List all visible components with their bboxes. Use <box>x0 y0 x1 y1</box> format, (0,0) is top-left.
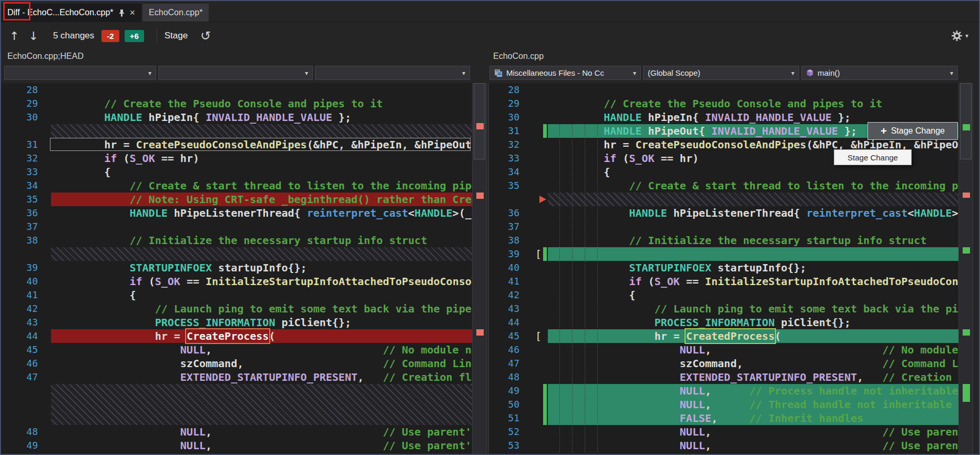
left-project-dropdown[interactable]: ▾ <box>4 66 156 80</box>
indent-guide <box>585 124 585 452</box>
code-line[interactable]: 37 <box>1 220 472 234</box>
code-line[interactable]: 42 // Launch ping to emit some text back… <box>1 302 472 316</box>
stage-change-button[interactable]: + Stage Change <box>867 122 958 140</box>
code-line[interactable]: 29 // Create the Pseudo Console and pipe… <box>489 97 958 110</box>
right-scrollbar[interactable] <box>958 83 973 454</box>
scrollbar-mark <box>476 123 484 129</box>
line-number: 48 <box>489 370 519 384</box>
code-text: szCommand, // Command Line <box>553 357 958 370</box>
code-line[interactable]: 34 // Create & start thread to listen to… <box>1 179 472 193</box>
code-text: NULL, // No module name - use Command Li… <box>54 343 472 357</box>
diff-arrow-icon <box>539 196 546 203</box>
line-number: 36 <box>489 206 519 220</box>
pin-icon[interactable] <box>118 9 125 17</box>
code-text: // Create the Pseudo Console and pipes t… <box>54 97 383 110</box>
code-line[interactable]: 32 if (S_OK == hr) <box>1 151 472 165</box>
diff-padding-row <box>1 124 472 138</box>
tab-echocon[interactable]: EchoCon.cpp* <box>142 4 209 22</box>
code-line[interactable]: 28 <box>1 83 472 97</box>
previous-change-button[interactable]: ↑ <box>9 29 19 43</box>
code-line[interactable]: 33 { <box>1 165 472 179</box>
scrollbar-mark <box>963 247 970 254</box>
code-line[interactable]: 46 szCommand, // Command Line <box>1 357 472 370</box>
left-scope-dropdown[interactable]: ▾ <box>158 66 313 80</box>
dropdown-value: main() <box>818 68 840 77</box>
code-text: // Create the Pseudo Console and pipes t… <box>553 97 882 110</box>
code-line[interactable]: 41 { <box>1 288 472 302</box>
code-line[interactable]: 47 EXTENDED_STARTUPINFO_PRESENT, // Crea… <box>1 370 472 384</box>
scrollbar-mark <box>963 124 970 130</box>
undo-button[interactable]: ↺ <box>200 28 211 43</box>
line-number: 34 <box>1 179 38 193</box>
code-line[interactable]: 28 <box>489 83 958 97</box>
code-text: // Create & start thread to listen to th… <box>54 179 472 193</box>
tab-echocon-label: EchoCon.cpp* <box>149 8 202 17</box>
code-text: EXTENDED_STARTUPINFO_PRESENT, // Creatio… <box>553 370 958 384</box>
right-member-dropdown[interactable]: main() ▾ <box>801 66 958 80</box>
code-line[interactable]: 40 if (S_OK == InitializeStartupInfoAtta… <box>1 275 472 288</box>
line-number: 46 <box>1 357 38 370</box>
code-line[interactable]: 45 NULL, // No module name - use Command… <box>1 343 472 357</box>
added-line-highlight <box>548 247 958 261</box>
line-number: 32 <box>489 138 519 151</box>
line-number: 42 <box>489 288 519 302</box>
line-number: 53 <box>489 439 519 452</box>
scrollbar-thumb[interactable] <box>474 83 485 159</box>
code-line[interactable]: 31 hr = CreatePseudoConsoleAndPipes(&hPC… <box>1 138 472 151</box>
scrollbar-mark <box>963 384 970 402</box>
line-number: 49 <box>1 439 38 452</box>
code-text: { <box>54 165 110 179</box>
right-diff-editor[interactable]: 2829 // Create the Pseudo Console and pi… <box>488 83 958 454</box>
code-line[interactable]: 38 // Initialize the necessary startup i… <box>1 234 472 247</box>
hatch-pattern <box>51 384 472 425</box>
line-number: 52 <box>489 425 519 439</box>
code-text: szCommand, // Command Line <box>54 357 472 370</box>
change-bar <box>543 247 547 261</box>
changes-count: 5 changes <box>53 31 94 41</box>
left-diff-editor[interactable]: 2829 // Create the Pseudo Console and pi… <box>1 83 472 454</box>
stage-button[interactable]: Stage <box>165 31 188 41</box>
code-line[interactable]: 35 // Note: Using CRT-safe _beginthread(… <box>1 193 472 206</box>
line-number: 47 <box>1 370 38 384</box>
code-line[interactable]: 49 NULL, // Use parent's starting direct… <box>1 439 472 452</box>
additions-badge: +6 <box>125 30 144 42</box>
code-line[interactable]: 39 STARTUPINFOEX startupInfo{}; <box>1 261 472 275</box>
next-change-button[interactable]: ↓ <box>28 29 38 43</box>
line-number: 37 <box>489 220 519 234</box>
code-line[interactable]: 43 PROCESS_INFORMATION piClient{}; <box>1 316 472 329</box>
code-line[interactable]: 36 HANDLE hPipeListenerThread{ reinterpr… <box>1 206 472 220</box>
code-line[interactable]: 44 hr = CreateProcess( <box>1 329 472 343</box>
right-project-dropdown[interactable]: Miscellaneous Files - No Cc ▾ <box>489 66 641 80</box>
code-line[interactable]: 29 // Create the Pseudo Console and pipe… <box>1 97 472 110</box>
code-text: EXTENDED_STARTUPINFO_PRESENT, // Creatio… <box>54 370 472 384</box>
scrollbar-thumb[interactable] <box>960 83 972 159</box>
close-icon[interactable]: × <box>130 8 136 17</box>
deletions-badge: -2 <box>101 30 119 42</box>
code-text: // Initialize the necessary startup info… <box>54 234 427 247</box>
left-member-dropdown[interactable]: ▾ <box>315 66 470 80</box>
chevron-down-icon: ▾ <box>633 69 636 77</box>
line-number: 33 <box>489 151 519 165</box>
annotation-red-box <box>3 2 30 21</box>
chevron-down-icon: ▾ <box>965 32 968 39</box>
chevron-down-icon: ▾ <box>950 69 953 77</box>
line-number: 34 <box>489 165 519 179</box>
left-code-lines: 2829 // Create the Pseudo Console and pi… <box>1 83 472 452</box>
code-line[interactable]: 30 HANDLE hPipeIn{ INVALID_HANDLE_VALUE … <box>1 110 472 124</box>
hatch-pattern <box>548 193 958 206</box>
code-text: // Launch ping to emit some text back vi… <box>54 302 472 316</box>
outline-marker: [ <box>535 247 542 261</box>
line-number: 30 <box>1 110 38 124</box>
code-line[interactable]: 48 NULL, // Use parent's environment blo… <box>1 425 472 439</box>
right-scope-dropdown[interactable]: (Global Scope) ▾ <box>643 66 799 80</box>
diff-padding-row <box>1 247 472 261</box>
left-scrollbar[interactable] <box>472 83 487 454</box>
code-text: // Initialize the necessary startup info… <box>553 234 926 247</box>
line-number: 41 <box>1 288 38 302</box>
code-text: STARTUPINFOEX startupInfo{}; <box>54 261 307 275</box>
code-text: if (S_OK == InitializeStartupInfoAttache… <box>54 275 472 288</box>
settings-gear-button[interactable]: ▾ <box>952 31 968 41</box>
code-text: if (S_OK == hr) <box>553 151 699 165</box>
code-text: NULL, // Use parent's environment block <box>54 425 472 439</box>
line-number: 48 <box>1 425 38 439</box>
